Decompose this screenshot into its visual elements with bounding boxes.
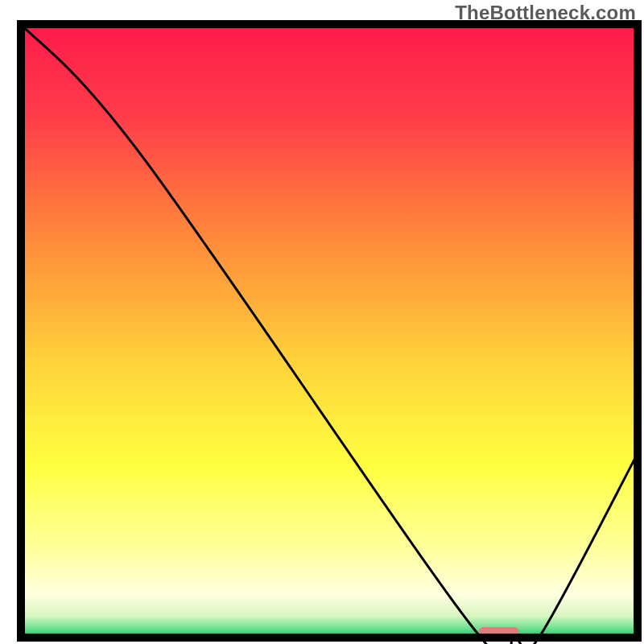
bottleneck-chart	[0, 0, 644, 644]
watermark-label: TheBottleneck.com	[455, 2, 636, 24]
gradient-background	[21, 24, 638, 638]
chart-container: TheBottleneck.com	[0, 0, 644, 644]
